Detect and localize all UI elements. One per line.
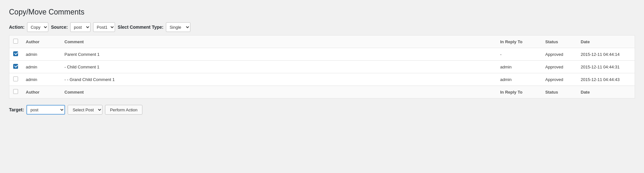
row-author-2: admin xyxy=(22,61,61,73)
tfh-inreplyto: In Reply To xyxy=(496,86,542,98)
action-select[interactable]: Copy Move xyxy=(27,22,48,32)
row-status-1: Approved xyxy=(542,48,577,61)
row-checkbox-3[interactable] xyxy=(13,76,18,81)
row-checkbox-1[interactable] xyxy=(13,51,18,56)
row-checkbox-cell xyxy=(9,61,22,73)
row-date-2: 2015-12-11 04:44:31 xyxy=(577,61,635,73)
row-inreplyto-3: admin xyxy=(496,73,542,86)
select-post-dropdown[interactable]: Select Post xyxy=(68,105,102,115)
comment-type-select[interactable]: Single All Thread xyxy=(166,22,190,32)
row-checkbox-cell xyxy=(9,73,22,86)
tfh-checkbox xyxy=(9,86,22,98)
table-row: admin - - Grand Child Comment 1 admin Ap… xyxy=(9,73,635,86)
page-wrap: Copy/Move Comments Action: Copy Move Sou… xyxy=(0,0,644,173)
table-row: admin Parent Comment 1 - Approved 2015-1… xyxy=(9,48,635,61)
tfh-status: Status xyxy=(542,86,577,98)
table-footer-header-row: Author Comment In Reply To Status Date xyxy=(9,86,635,98)
perform-action-button[interactable]: Perform Action xyxy=(105,105,142,115)
row-date-3: 2015-12-11 04:44:43 xyxy=(577,73,635,86)
th-date: Date xyxy=(577,36,635,48)
target-select[interactable]: post page xyxy=(26,105,65,115)
table-header-row: Author Comment In Reply To Status Date xyxy=(9,36,635,48)
row-comment-2: - Child Comment 1 xyxy=(61,61,496,73)
row-comment-3: - - Grand Child Comment 1 xyxy=(61,73,496,86)
th-inreplyto: In Reply To xyxy=(496,36,542,48)
action-label: Action: xyxy=(9,25,24,30)
row-author-1: admin xyxy=(22,48,61,61)
th-comment: Comment xyxy=(61,36,496,48)
row-checkbox-cell xyxy=(9,48,22,61)
row-inreplyto-2: admin xyxy=(496,61,542,73)
th-status: Status xyxy=(542,36,577,48)
tfh-author: Author xyxy=(22,86,61,98)
select-all-footer-checkbox[interactable] xyxy=(13,89,18,94)
select-all-checkbox[interactable] xyxy=(13,39,18,44)
post-select[interactable]: Post1 Post2 xyxy=(93,22,115,32)
row-status-3: Approved xyxy=(542,73,577,86)
row-comment-1: Parent Comment 1 xyxy=(61,48,496,61)
tfh-comment: Comment xyxy=(61,86,496,98)
th-checkbox xyxy=(9,36,22,48)
table-row: admin - Child Comment 1 admin Approved 2… xyxy=(9,61,635,73)
row-author-3: admin xyxy=(22,73,61,86)
row-date-1: 2015-12-11 04:44:14 xyxy=(577,48,635,61)
toolbar-row: Action: Copy Move Source: post page Post… xyxy=(9,22,635,32)
row-inreplyto-1: - xyxy=(496,48,542,61)
target-label: Target: xyxy=(9,107,24,112)
comment-type-label: Slect Comment Type: xyxy=(118,25,163,30)
source-label: Source: xyxy=(51,25,68,30)
th-author: Author xyxy=(22,36,61,48)
page-title: Copy/Move Comments xyxy=(9,8,635,16)
footer-row: Target: post page Select Post Perform Ac… xyxy=(9,103,635,117)
source-select[interactable]: post page xyxy=(70,22,91,32)
row-status-2: Approved xyxy=(542,61,577,73)
row-checkbox-2[interactable] xyxy=(13,64,18,69)
tfh-date: Date xyxy=(577,86,635,98)
comments-table: Author Comment In Reply To Status Date a… xyxy=(9,35,635,98)
